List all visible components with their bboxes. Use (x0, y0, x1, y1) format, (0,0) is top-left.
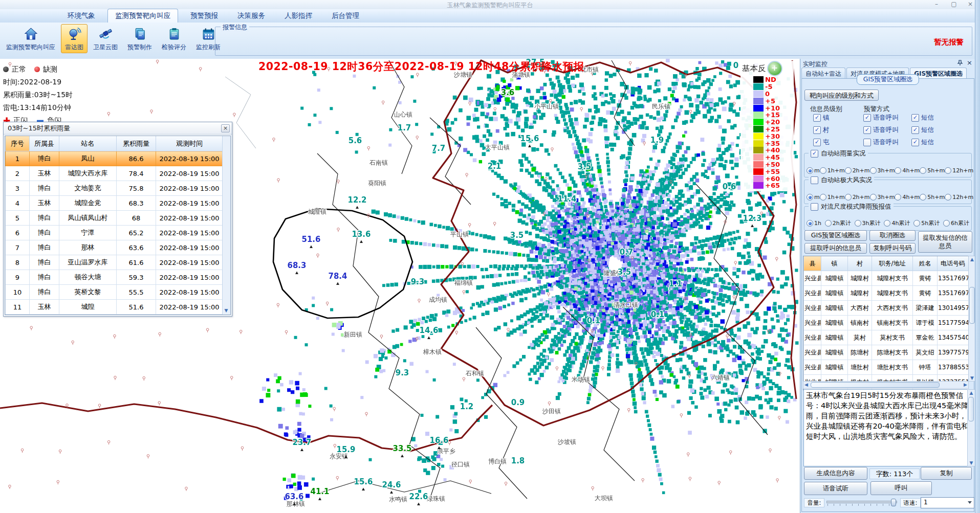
radio-option[interactable]: 2h累计 (825, 219, 851, 227)
voice-preview-button[interactable]: 语音试听 (804, 482, 867, 495)
checkbox-icon[interactable]: ✓ (911, 126, 919, 134)
rain-table-scrollbar[interactable]: ▼ (222, 136, 230, 315)
radio-icon[interactable] (913, 220, 920, 227)
pin-icon[interactable] (957, 60, 963, 66)
radio-option[interactable]: 4h+m (895, 167, 920, 174)
contacts-hscrollbar[interactable]: ◀ ▶ (803, 381, 969, 389)
rain-table-titlebar[interactable]: 03时~15时累积雨量 × (4, 122, 232, 135)
radio-icon[interactable] (807, 220, 813, 227)
radio-icon[interactable] (943, 220, 950, 227)
table-row[interactable]: 兴业县城隍镇镇南村镇南村支书谭于模151775946 (804, 316, 969, 330)
radio-icon[interactable] (920, 194, 926, 200)
scroll-right-icon[interactable]: ▶ (964, 382, 967, 387)
contacts-col-header[interactable]: 职务/地址 (872, 256, 913, 271)
checkbox-icon[interactable]: ✓ (863, 126, 871, 134)
table-row[interactable]: 1博白凤山86.62022-08-19 15:00 (6, 151, 223, 166)
table-row[interactable]: 2玉林城隍大西水库78.42022-08-19 15:00 (6, 166, 223, 181)
menu-tab-3[interactable]: 预警预报 (183, 9, 225, 23)
warning-message-text[interactable]: 玉林市气象台19日5时15分发布暴雨橙色预警信号：4时以来兴业县城隍大西水库已出… (803, 389, 971, 466)
table-row[interactable]: 8博白亚山温罗水库61.62022-08-19 15:00 (6, 255, 223, 270)
radio-icon[interactable] (807, 167, 813, 174)
toolbar-button-3[interactable]: 卫星云图 (89, 24, 122, 53)
cancel-select-button[interactable]: 取消圈选 (869, 230, 916, 241)
close-icon[interactable]: × (967, 59, 972, 66)
radio-option[interactable]: m (807, 194, 820, 200)
minimize-icon[interactable]: – (929, 0, 944, 8)
radio-icon[interactable] (895, 167, 901, 174)
radio-option[interactable]: 4h累计 (884, 219, 910, 227)
radio-icon[interactable] (825, 220, 832, 227)
radio-option[interactable]: 4h+m (895, 194, 920, 200)
radio-icon[interactable] (895, 194, 901, 200)
collapsed-panel-strip[interactable] (975, 0, 980, 513)
table-row[interactable]: 7博白那林63.62022-08-19 15:00 (6, 240, 223, 255)
checkbox-voice-call[interactable]: ✓语音呼叫 (863, 126, 899, 135)
contacts-col-header[interactable]: 镇 (821, 256, 848, 271)
volume-slider[interactable] (826, 498, 897, 507)
checkbox-icon[interactable] (811, 176, 818, 184)
checkbox-icon[interactable]: ✓ (911, 139, 919, 146)
menu-tab-4[interactable]: 决策服务 (230, 9, 272, 23)
checkbox-icon[interactable]: ✓ (813, 139, 821, 146)
checkbox-icon[interactable]: ✓ (911, 114, 919, 122)
table-row[interactable]: 兴业县城隍镇陈塘村陈塘村支书莫文绍139775796 (804, 345, 969, 360)
message-scrollbar[interactable]: ▲ ▼ (967, 389, 975, 466)
table-row[interactable]: 3博白文地姜充75.82022-08-19 15:00 (6, 181, 223, 196)
scroll-left-icon[interactable]: ◀ (804, 382, 808, 387)
rain-col-header[interactable]: 观测时间 (156, 136, 223, 151)
extract-sms-button[interactable]: 提取发短信的信息员 (918, 231, 972, 253)
radio-option[interactable]: 1h+m (820, 194, 845, 200)
radio-option[interactable]: 1h (807, 219, 821, 227)
rain-col-header[interactable]: 站名 (59, 136, 117, 151)
level-mode-button[interactable]: 靶向叫应的级别和方式 (804, 90, 879, 101)
zoom-plus-icon[interactable]: + (767, 61, 782, 76)
menu-tab-5[interactable]: 人影指挥 (277, 9, 319, 23)
radio-option[interactable]: 3h累计 (855, 219, 881, 227)
scroll-down-icon[interactable]: ▼ (968, 460, 975, 465)
toolbar-button-2[interactable]: 雷达图 (61, 24, 88, 53)
radio-option[interactable]: 2h+m (845, 167, 870, 174)
radio-option[interactable]: 2h+m (845, 194, 870, 200)
radio-option[interactable]: 1h+m (820, 167, 845, 174)
table-row[interactable]: 兴业县城隍镇城隍村城隍村支书黄铸135176975 (804, 286, 969, 301)
checkbox-level-镇[interactable]: ✓镇 (813, 114, 830, 122)
copy-button[interactable]: 复制 (921, 467, 972, 480)
radio-option[interactable]: m (807, 167, 820, 174)
copy-number-button[interactable]: 复制呼叫号码 (869, 243, 916, 254)
table-row[interactable]: 兴业县城隍镇塘肚村塘肚村支书钟塔137885534 (804, 360, 969, 375)
radio-icon[interactable] (855, 220, 861, 227)
checkbox-icon[interactable]: ✓ (813, 126, 821, 134)
checkbox-level-村[interactable]: ✓村 (813, 126, 830, 135)
radio-icon[interactable] (807, 194, 813, 200)
rain-col-header[interactable]: 序号 (6, 136, 30, 151)
radio-icon[interactable] (870, 194, 877, 200)
table-row[interactable]: 4玉林城隍金党68.32022-08-19 15:00 (6, 196, 223, 211)
radio-option[interactable]: 5h+m (920, 194, 945, 200)
speed-dropdown[interactable]: 1 (921, 497, 974, 508)
table-row[interactable]: 10博白英桥文黎55.52022-08-19 15:00 (6, 285, 223, 300)
close-icon[interactable]: × (221, 124, 230, 132)
checkbox-sms[interactable]: ✓短信 (911, 126, 934, 135)
checkbox-voice-call[interactable]: 语音呼叫 (863, 138, 899, 147)
contacts-col-header[interactable]: 县 (804, 256, 821, 271)
scroll-down-icon[interactable]: ▼ (223, 307, 229, 314)
table-row[interactable]: 兴业县城隍镇城隍村城隍村支书黄铸135176975 (804, 271, 969, 286)
radio-icon[interactable] (820, 194, 826, 200)
toolbar-button-1[interactable]: 监测预警靶向叫应 (2, 24, 59, 53)
toolbar-button-5[interactable]: 检验评分 (158, 24, 190, 53)
checkbox-icon[interactable] (811, 203, 818, 211)
maximize-icon[interactable]: ▢ (946, 0, 962, 8)
radio-icon[interactable] (845, 167, 852, 174)
gis-select-button[interactable]: GIS预警区域圈选 (804, 230, 867, 241)
contacts-col-header[interactable]: 村 (848, 256, 872, 271)
table-row[interactable]: 兴业县城隍镇莫村莫村支书覃金乾134575405 (804, 330, 969, 345)
menu-tab-1[interactable]: 环境气象 (60, 9, 102, 23)
radio-option[interactable]: 5h累计 (913, 219, 940, 227)
radio-icon[interactable] (884, 220, 890, 227)
radio-option[interactable]: 12h+m (945, 167, 973, 174)
rain-col-header[interactable]: 累积雨量 (117, 136, 156, 151)
toolbar-button-4[interactable]: 预警制作 (123, 24, 156, 53)
generate-message-button[interactable]: 生成信息内容 (804, 467, 867, 480)
radio-icon[interactable] (845, 194, 852, 200)
scroll-up-icon[interactable]: ▲ (968, 390, 975, 395)
